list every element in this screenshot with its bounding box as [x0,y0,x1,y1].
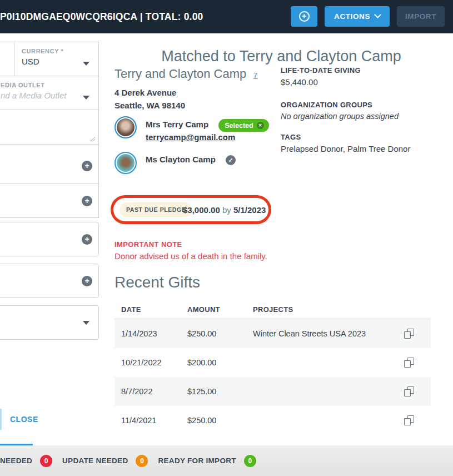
stat-label: ORGANIZATION GROUPS [281,101,436,109]
add-item-button[interactable]: + [82,161,92,171]
status-label: READY FOR IMPORT [158,457,236,465]
status-item-needed[interactable]: NEEDED 0 [0,455,62,467]
gift-date: 1/14/2023 [115,329,181,338]
remove-selection-icon[interactable]: ✕ [257,122,264,129]
status-item-update-needed[interactable]: UPDATE NEEDED 0 [62,455,158,467]
recent-gifts-table: DATE AMOUNT PROJECTS 1/14/2023 $250.00 W… [115,300,431,435]
copy-icon[interactable] [404,329,414,339]
status-item-ready-for-import[interactable]: READY FOR IMPORT 0 [158,455,266,467]
matched-contact-name: Terry and Clayton Camp [115,67,246,81]
household-member-clayton: Ms Clayton Camp ✓ [115,152,281,176]
contact-count-link[interactable]: 7 [253,71,257,80]
life-to-date-giving: LIFE-TO-DATE GIVING $5,440.00 [281,66,436,87]
notes-textarea[interactable] [0,110,99,145]
add-item-button[interactable]: + [82,276,92,286]
currency-label: CURRENCY * [22,48,98,54]
gift-projects: Winter Clean Streets USA 2023 [246,329,404,338]
member-name: Mrs Terry Camp Selected ✕ [146,119,269,132]
topbar-actions: + ACTIONS IMPORT [291,6,445,27]
form-cell-stub [0,42,14,76]
column-header-amount: AMOUNT [181,305,246,314]
caret-down-icon [83,321,89,325]
stat-value: $5,440.00 [281,77,436,87]
form-field-4[interactable]: + [0,264,99,298]
form-field-1[interactable]: + [0,144,99,184]
pledge-date: 5/1/2023 [233,205,266,215]
important-note-text: Donor advised us of a death in the famil… [115,251,267,261]
check-icon: ✓ [226,155,236,165]
media-outlet-select[interactable]: EDIA OUTLET nd a Media Outlet [0,76,99,110]
recent-gifts-title: Recent Gifts [115,274,200,291]
form-field-2[interactable]: + [0,184,99,218]
stat-value: Prelapsed Donor, Palm Tree Donor [281,144,436,153]
avatar[interactable] [115,116,137,138]
gift-date: 11/4/2021 [115,416,181,425]
topbar: P0I10DMGAEQ0WCQR6IQCA | TOTAL: 0.00 + AC… [0,0,453,33]
status-count-badge: 0 [244,455,256,467]
status-label: NEEDED [0,457,32,465]
add-item-button[interactable]: + [82,234,92,245]
actions-button-label: ACTIONS [334,12,370,21]
stat-label: TAGS [281,133,436,141]
plus-icon: + [299,11,310,22]
selected-badge[interactable]: Selected ✕ [218,119,268,132]
important-note-label: IMPORTANT NOTE [115,240,182,249]
import-review-screen: P0I10DMGAEQ0WCQR6IQCA | TOTAL: 0.00 + AC… [0,0,453,476]
column-header-projects: PROJECTS [246,305,404,314]
gift-date: 8/7/2022 [115,387,181,396]
gift-amount: $200.00 [181,358,246,367]
table-header-row: DATE AMOUNT PROJECTS [115,300,431,319]
caret-down-icon [83,96,89,100]
tags: TAGS Prelapsed Donor, Palm Tree Donor [281,133,436,153]
gift-date: 10/21/2022 [115,358,181,367]
close-button[interactable]: CLOSE [10,415,38,424]
column-header-date: DATE [115,305,181,314]
close-panel-edge [0,409,2,430]
caret-down-icon [83,62,89,66]
copy-icon[interactable] [404,386,414,396]
avatar[interactable] [115,152,137,174]
selected-badge-label: Selected [225,122,253,130]
member-name-text: Mrs Terry Camp [146,120,208,129]
contact-address: 4 Derek Avenue Seattle, WA 98140 [115,86,185,112]
gift-amount: $250.00 [181,416,246,425]
gift-amount: $125.00 [181,387,246,396]
stat-value: No organization groups assigned [281,112,436,121]
form-field-select[interactable] [0,305,99,340]
member-name: Ms Clayton Camp ✓ [146,155,236,165]
status-bar: NEEDED 0 UPDATE NEEDED 0 READY FOR IMPOR… [0,445,453,476]
form-field-3[interactable]: + [0,222,99,256]
past-due-pledge-badge: PAST DUE PLEDGE [120,202,192,217]
past-due-pledge-amount: $3,000.00 by 5/1/2023 [183,205,266,215]
chevron-down-icon [374,11,381,18]
pledge-amount: $3,000.00 [183,205,220,215]
add-button[interactable]: + [291,6,317,27]
resize-handle-icon[interactable] [89,136,95,141]
add-item-button[interactable]: + [82,196,92,206]
match-heading: Matched to Terry and Clayton Camp [115,48,448,65]
household-member-terry: Mrs Terry Camp Selected ✕ terrycamp@gmai… [115,116,281,145]
table-row: 10/21/2022 $200.00 [115,348,431,377]
stat-label: LIFE-TO-DATE GIVING [281,66,436,75]
batch-title: P0I10DMGAEQ0WCQR6IQCA | TOTAL: 0.00 [0,11,203,23]
table-row: 1/14/2023 $250.00 Winter Clean Streets U… [115,319,431,348]
matched-contact-row: Terry and Clayton Camp 7 [115,67,257,81]
status-count-badge: 0 [136,455,148,467]
copy-icon[interactable] [404,358,414,368]
media-outlet-label: EDIA OUTLET [1,82,98,88]
actions-button[interactable]: ACTIONS [325,6,390,27]
status-count-badge: 0 [40,455,52,467]
address-line-1: 4 Derek Avenue [115,86,185,99]
member-name-text: Ms Clayton Camp [146,155,216,164]
pledge-connector: by [220,205,233,215]
currency-select[interactable]: CURRENCY * USD [14,42,99,76]
address-line-2: Seattle, WA 98140 [115,99,185,112]
copy-icon[interactable] [404,415,414,425]
status-label: UPDATE NEEDED [62,457,128,465]
table-row: 8/7/2022 $125.00 [115,377,431,406]
organization-groups: ORGANIZATION GROUPS No organization grou… [281,101,436,121]
member-email-link[interactable]: terrycamp@gmail.com [146,132,235,142]
gift-amount: $250.00 [181,329,246,338]
table-row: 11/4/2021 $250.00 [115,406,431,435]
import-button[interactable]: IMPORT [397,6,445,27]
